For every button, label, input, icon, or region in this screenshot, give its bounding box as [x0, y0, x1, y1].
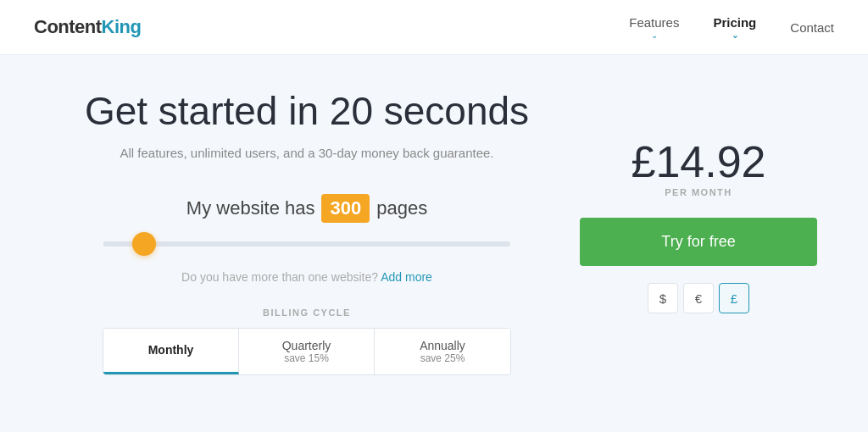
page-subheadline: All features, unlimited users, and a 30-…	[120, 146, 493, 160]
currency-eur-button[interactable]: €	[683, 283, 714, 313]
slider-track	[103, 241, 510, 246]
nav-pricing-label: Pricing	[713, 15, 756, 30]
nav-links: Features ⌄ Pricing ⌄ Contact	[629, 15, 834, 40]
slider-thumb[interactable]	[132, 232, 156, 256]
billing-tab-quarterly-label: Quarterly	[282, 339, 331, 352]
currency-usd-button[interactable]: $	[648, 283, 678, 313]
nav-contact[interactable]: Contact	[790, 20, 834, 35]
add-more-link[interactable]: Add more	[381, 270, 432, 284]
add-more-prefix: Do you have more than one website?	[181, 270, 378, 284]
currency-switcher: $ € £	[648, 283, 749, 313]
navbar: ContentKing Features ⌄ Pricing ⌄ Contact	[0, 0, 868, 55]
billing-tab-annually[interactable]: Annually save 25%	[375, 329, 510, 374]
billing-tabs: Monthly Quarterly save 15% Annually save…	[103, 328, 511, 375]
pages-count: 300	[321, 194, 370, 223]
try-for-free-button[interactable]: Try for free	[580, 218, 817, 266]
pages-label: My website has 300 pages	[186, 194, 427, 223]
billing-tab-quarterly[interactable]: Quarterly save 15%	[239, 329, 375, 374]
billing-tab-annually-label: Annually	[420, 339, 465, 352]
pages-prefix: My website has	[186, 197, 315, 219]
billing-tab-annually-save: save 25%	[420, 352, 465, 364]
nav-pricing[interactable]: Pricing ⌄	[713, 15, 756, 40]
left-panel: Get started in 20 seconds All features, …	[51, 89, 563, 375]
billing-cycle-label: BILLING CYCLE	[263, 307, 351, 318]
per-month-label: PER MONTH	[665, 187, 732, 197]
main-content: Get started in 20 seconds All features, …	[0, 55, 868, 401]
logo: ContentKing	[34, 16, 141, 38]
price-display: £14.92	[631, 140, 765, 184]
logo-king: King	[102, 16, 142, 37]
add-more-text: Do you have more than one website? Add m…	[181, 270, 432, 284]
billing-tab-monthly[interactable]: Monthly	[103, 329, 239, 374]
billing-tab-monthly-label: Monthly	[148, 343, 194, 357]
currency-gbp-button[interactable]: £	[719, 283, 749, 313]
nav-features[interactable]: Features ⌄	[629, 15, 679, 40]
right-panel: £14.92 PER MONTH Try for free $ € £	[580, 89, 817, 375]
pages-slider-container	[103, 241, 510, 246]
chevron-down-icon: ⌄	[651, 31, 658, 40]
pages-suffix: pages	[376, 197, 427, 219]
page-headline: Get started in 20 seconds	[85, 89, 529, 134]
billing-tab-quarterly-save: save 15%	[284, 352, 329, 364]
nav-contact-label: Contact	[790, 20, 834, 35]
chevron-down-icon: ⌄	[732, 31, 738, 40]
logo-content: Content	[34, 16, 102, 37]
nav-features-label: Features	[629, 15, 679, 30]
